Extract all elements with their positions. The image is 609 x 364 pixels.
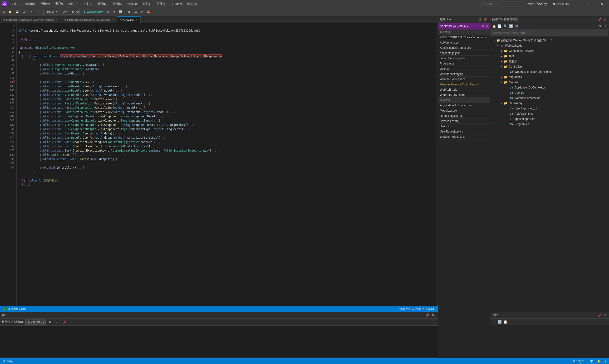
toolbar-breakpoints[interactable]: ◉ bbox=[127, 9, 132, 15]
project-webapistry[interactable]: ▼ ⚙ WebApiStudy bbox=[490, 43, 609, 48]
menu-file[interactable]: 文件(F) bbox=[9, 1, 23, 7]
middle-item-7[interactable]: UserRepository.cs bbox=[438, 71, 490, 77]
solution-root[interactable]: ▼ 📁 解决方案'WebApiStudy'(1 个项目/共 1 个) bbox=[490, 38, 609, 43]
minimize-button[interactable]: — bbox=[572, 0, 583, 8]
menu-view[interactable]: 视图(V) bbox=[38, 1, 52, 7]
menu-edit[interactable]: 编辑(E) bbox=[23, 1, 37, 7]
controllers-expand[interactable]: ▼ bbox=[500, 65, 504, 68]
middle-item-1[interactable]: ApiVersions.cs bbox=[438, 40, 490, 45]
prop-toolbar-categories[interactable]: ⊞ bbox=[491, 319, 496, 325]
code-content[interactable]: 程序集 Microsoft.AspNetCore.Mvc.ViewFeature… bbox=[17, 23, 436, 306]
project-expand-icon[interactable]: ▼ bbox=[496, 44, 500, 47]
migrations-expand[interactable]: ▶ bbox=[500, 76, 504, 78]
tab-viewbag[interactable]: ◻ ViewBag ✕ bbox=[117, 16, 140, 23]
menu-test[interactable]: 测试(S) bbox=[110, 1, 124, 7]
status-add-source[interactable]: 添加到源... bbox=[573, 359, 586, 363]
live-share-button[interactable]: ⇄ Live Share bbox=[551, 0, 571, 8]
tree-properties[interactable]: ▶ 📂 属性 bbox=[490, 53, 609, 59]
prop-toolbar-property-pages[interactable]: 📋 bbox=[503, 319, 508, 325]
tab-viewfeatures[interactable]: ◻ Microsoft.AspNetCore.Mvc.ViewFeatures … bbox=[0, 16, 61, 23]
menu-tools[interactable]: 工具(T) bbox=[140, 1, 154, 7]
misc-item-6[interactable]: WeatherForecast.cs bbox=[438, 134, 490, 139]
tree-applicationdbcontext[interactable]: C# ApplicationDbContext.cs bbox=[490, 85, 609, 90]
toolbar-publish[interactable]: 📤 bbox=[145, 9, 152, 15]
editor-scrollbar[interactable] bbox=[436, 23, 438, 306]
tree-program[interactable]: C# Program.cs bbox=[490, 122, 609, 127]
se-toolbar-filter[interactable]: 🔍 bbox=[503, 24, 508, 29]
toolbar-save-all[interactable]: ⊡ bbox=[21, 9, 27, 15]
tree-migrations[interactable]: ▶ 📂 Migrations bbox=[490, 75, 609, 80]
middle-item-0[interactable]: 20221020101704_CreateSchema.cs bbox=[438, 35, 490, 40]
toolbar-open[interactable]: 📁 bbox=[7, 9, 13, 15]
tree-apiversions[interactable]: C# ApiVersions.cs bbox=[490, 111, 609, 116]
output-word-wrap-button[interactable]: ↵ bbox=[55, 320, 60, 325]
toolbar-reload[interactable]: 🔄 bbox=[117, 9, 124, 15]
tree-dependencies[interactable]: ▶ 📂 依赖项 bbox=[490, 59, 609, 64]
misc-item-3[interactable]: Services.csproj bbox=[438, 118, 490, 124]
output-pin-button[interactable]: 📌 bbox=[424, 312, 430, 318]
middle-item-10[interactable]: WebApiStudy bbox=[438, 87, 490, 92]
menu-project[interactable]: 项目(P) bbox=[66, 1, 80, 7]
misc-item-2[interactable]: Repository.csproj bbox=[438, 113, 490, 118]
se-toolbar-sort[interactable]: ↕ bbox=[603, 24, 608, 29]
tab-controller[interactable]: ◻ Microsoft.AspNetCore.Mvc.Controller ✕ bbox=[61, 16, 117, 23]
output-content[interactable] bbox=[0, 326, 438, 357]
tree-userrepository[interactable]: C# UserRepository.cs bbox=[490, 106, 609, 111]
tree-connected-services[interactable]: ▶ 📂 Connected Services bbox=[490, 48, 609, 53]
status-notify-icon[interactable]: 🔔 bbox=[597, 360, 600, 363]
misc-item-4[interactable]: User.cs bbox=[438, 124, 490, 129]
add-tab-button[interactable]: + bbox=[141, 16, 147, 23]
tab-close-2[interactable]: ✕ bbox=[135, 18, 138, 22]
se-toolbar-settings[interactable]: ⚙ bbox=[597, 24, 602, 29]
middle-panel-settings[interactable]: ⚙ bbox=[477, 17, 482, 22]
tree-controllers[interactable]: ▼ 📂 Controllers bbox=[490, 64, 609, 69]
menu-git[interactable]: Git(G) bbox=[52, 1, 65, 7]
menu-extensions[interactable]: 扩展(X) bbox=[154, 1, 169, 7]
tree-user[interactable]: C# User.cs bbox=[490, 90, 609, 95]
output-pin-output[interactable]: 📌 bbox=[62, 320, 67, 325]
properties-pin[interactable]: 📌 bbox=[597, 313, 602, 317]
toolbar-git[interactable]: ⎇ bbox=[133, 9, 139, 15]
dependencies-expand[interactable]: ▶ bbox=[500, 60, 504, 63]
repository-expand[interactable]: ▼ bbox=[500, 102, 504, 104]
toolbar-new-project[interactable]: ⊞ bbox=[1, 9, 6, 15]
middle-item-6[interactable]: User.cs bbox=[438, 66, 490, 71]
toolbar-undo[interactable]: ↩ bbox=[29, 9, 35, 15]
toolbar-save[interactable]: 💾 bbox=[14, 9, 21, 15]
tab-close-1[interactable]: ✕ bbox=[112, 18, 114, 21]
middle-item-5[interactable]: Program.cs bbox=[438, 61, 490, 66]
start-debug-button[interactable]: ▶ WebApiStudy bbox=[82, 9, 104, 15]
prop-toolbar-alphabetical[interactable]: 🔤 bbox=[497, 319, 502, 325]
solution-explorer-close[interactable]: ✕ bbox=[602, 17, 607, 22]
misc-item-5[interactable]: UserRepository.cs bbox=[438, 129, 490, 134]
solution-explorer-search[interactable] bbox=[491, 30, 608, 36]
tree-appsettings[interactable]: { } appsettings.json bbox=[490, 116, 609, 122]
models-expand[interactable]: ▼ bbox=[500, 81, 504, 83]
solution-expand-icon[interactable]: ▼ bbox=[492, 39, 496, 42]
output-clear-button[interactable]: 🗑 bbox=[48, 320, 53, 325]
tree-models[interactable]: ▼ 📂 Models bbox=[490, 80, 609, 85]
middle-item-8[interactable]: WeatherForecast.cs bbox=[438, 77, 490, 82]
code-area[interactable]: 1 6 11 12 13 18 43 59 69 70 83 99 115 bbox=[5, 23, 436, 306]
middle-item-11[interactable]: WebApiStudy.csproj bbox=[438, 92, 490, 98]
solution-explorer-pin[interactable]: 📌 bbox=[597, 17, 602, 22]
se-toolbar-home[interactable]: 🏠 bbox=[491, 24, 496, 29]
middle-item-2[interactable]: ApplicationDbContext.cs bbox=[438, 45, 490, 51]
toolbar-redo[interactable]: ↪ bbox=[35, 9, 41, 15]
menu-analyze[interactable]: 分析(N) bbox=[125, 1, 139, 7]
se-toolbar-collapse[interactable]: ⊟ bbox=[514, 24, 519, 29]
tree-repository[interactable]: ▼ 📂 Repository bbox=[490, 101, 609, 106]
output-source-select[interactable]: 服务依赖项 bbox=[26, 320, 46, 325]
global-search-input[interactable] bbox=[481, 1, 524, 6]
db-panel-close-icon[interactable]: ✕ bbox=[486, 25, 488, 28]
tree-weatherforecast-controller[interactable]: C# WeatherForecastController.cs bbox=[490, 69, 609, 75]
debug-mode-select[interactable]: Debug bbox=[43, 9, 59, 15]
menu-help[interactable]: 帮助(H) bbox=[185, 1, 199, 7]
misc-item-1[interactable]: Models.csproj bbox=[438, 108, 490, 113]
properties-close[interactable]: ✕ bbox=[602, 313, 607, 318]
middle-item-4[interactable]: launchSettings.json bbox=[438, 56, 490, 61]
toolbar-step-over[interactable]: ⏭ bbox=[105, 9, 111, 15]
toolbar-run-tests[interactable]: ▷ bbox=[140, 9, 145, 15]
se-toolbar-show-files[interactable]: 📄 bbox=[497, 24, 502, 29]
menu-build[interactable]: 生成(B) bbox=[80, 1, 95, 7]
